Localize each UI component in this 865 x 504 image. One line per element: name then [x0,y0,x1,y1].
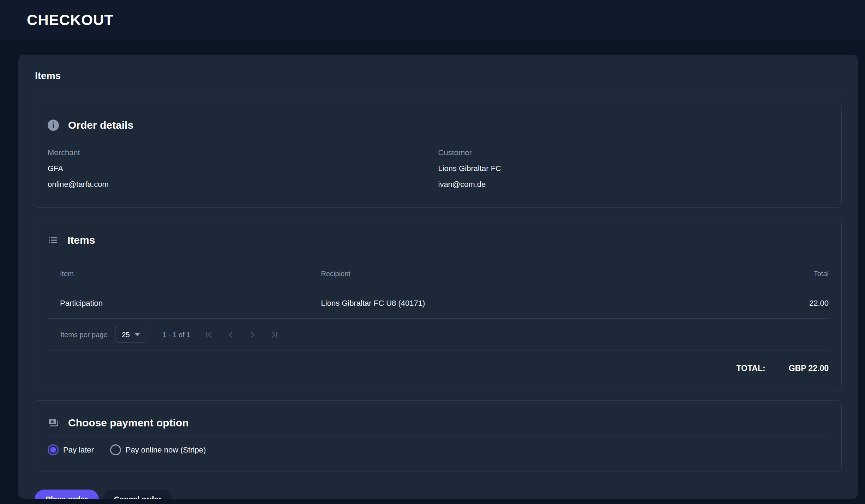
paginator: Items per page 25 1 - 1 of 1 [48,319,829,351]
pay-online-radio[interactable] [110,444,121,455]
action-buttons: Place order Cancel order [35,490,846,499]
order-details-header: i Order details [48,103,829,138]
column-header-item: Item [48,270,321,278]
checkout-card: Items i Order details Merchant GFA onlin… [18,55,858,499]
pay-online-label: Pay online now (Stripe) [126,445,206,455]
app-title: CHECKOUT [27,12,114,29]
payment-panel: Choose payment option Pay later Pay onli… [35,400,842,472]
table-row: Participation Lions Gibraltar FC U8 (401… [48,288,829,319]
merchant-name: GFA [48,164,438,173]
items-per-page-label: Items per page [60,331,107,339]
customer-name: Lions Gibraltar FC [438,164,829,173]
payment-title: Choose payment option [68,417,189,429]
items-per-page-select[interactable]: 25 [115,327,146,342]
column-header-recipient: Recipient [321,270,814,278]
pay-later-option[interactable]: Pay later [48,444,94,455]
last-page-button[interactable] [270,330,280,340]
order-details-panel: i Order details Merchant GFA online@tarf… [35,103,842,208]
merchant-label: Merchant [48,148,438,157]
order-details-grid: Merchant GFA online@tarfa.com Customer L… [48,138,829,207]
previous-page-icon [226,330,236,339]
next-page-icon [248,330,258,339]
items-title: Items [67,234,95,246]
items-header: Items [48,218,829,253]
first-page-icon [204,330,214,339]
order-total-value: GBP 22.00 [789,364,829,373]
list-icon [48,235,58,245]
customer-label: Customer [438,148,829,157]
table-header-row: Item Recipient Total [48,253,829,288]
page-range-label: 1 - 1 of 1 [162,331,190,339]
row-recipient: Lions Gibraltar FC U8 (40171) [321,299,809,308]
page-size-value: 25 [122,331,130,339]
column-header-total: Total [814,270,829,278]
pay-later-radio[interactable] [48,444,59,455]
card-title-divider [30,91,846,91]
order-details-title: Order details [68,119,133,131]
first-page-button[interactable] [204,330,214,340]
cancel-order-button[interactable]: Cancel order [103,490,173,499]
merchant-email: online@tarfa.com [48,180,438,189]
card-title: Items [30,55,846,91]
row-item: Participation [48,299,321,308]
items-panel: Items Item Recipient Total Participation… [35,218,842,390]
chevron-down-icon [135,333,140,336]
previous-page-button[interactable] [226,330,236,340]
next-page-button[interactable] [248,330,258,340]
info-icon: i [48,120,59,131]
merchant-column: Merchant GFA online@tarfa.com [48,148,438,189]
customer-column: Customer Lions Gibraltar FC ivan@com.de [438,148,829,189]
payment-header: Choose payment option [48,401,829,436]
place-order-button[interactable]: Place order [35,490,99,499]
order-total-row: TOTAL: GBP 22.00 [48,351,829,390]
pay-later-label: Pay later [63,445,94,455]
order-total-label: TOTAL: [736,364,765,373]
last-page-icon [270,330,280,339]
payments-icon [48,417,59,429]
customer-email: ivan@com.de [438,180,829,189]
row-total: 22.00 [809,299,829,308]
payment-options: Pay later Pay online now (Stripe) [48,436,829,472]
pagination-controls [204,330,280,340]
top-bar: CHECKOUT [0,0,865,40]
pay-online-option[interactable]: Pay online now (Stripe) [110,444,206,455]
